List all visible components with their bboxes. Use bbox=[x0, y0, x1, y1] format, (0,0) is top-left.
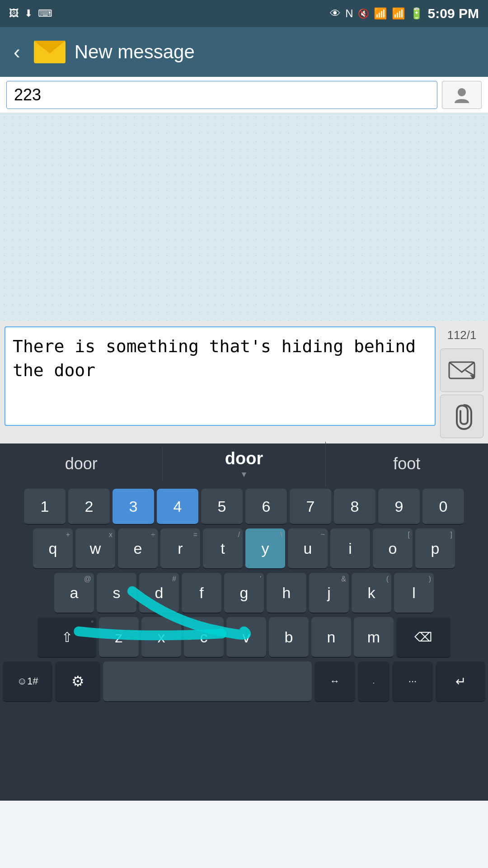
char-count: 112/1 bbox=[447, 326, 476, 346]
signal-icon: 📶 bbox=[392, 7, 405, 20]
autocomplete-bar: door door ▾ foot bbox=[0, 443, 488, 484]
nfc-icon: N bbox=[345, 7, 353, 20]
key-1[interactable]: 1 bbox=[24, 489, 66, 525]
mute-icon: 🔇 bbox=[358, 8, 369, 19]
key-m[interactable]: m bbox=[354, 617, 394, 658]
key-t[interactable]: t/ bbox=[203, 528, 243, 569]
keyboard-icon: ⌨ bbox=[38, 8, 52, 19]
key-p[interactable]: p] bbox=[415, 528, 455, 569]
key-0[interactable]: 0 bbox=[422, 489, 464, 525]
status-time: 5:09 PM bbox=[428, 6, 479, 21]
eye-icon: 👁 bbox=[330, 7, 341, 20]
key-g[interactable]: g' bbox=[224, 573, 264, 613]
back-button[interactable]: ‹ bbox=[9, 36, 25, 68]
key-u[interactable]: u~ bbox=[288, 528, 328, 569]
key-z[interactable]: z bbox=[99, 617, 139, 658]
key-2[interactable]: 2 bbox=[68, 489, 110, 525]
key-6[interactable]: 6 bbox=[245, 489, 287, 525]
key-l[interactable]: l) bbox=[394, 573, 434, 613]
status-icons-right: 👁 N 🔇 📶 📶 🔋 5:09 PM bbox=[330, 6, 479, 21]
key-x[interactable]: x bbox=[141, 617, 181, 658]
recipient-input[interactable] bbox=[6, 81, 437, 109]
compose-row: There is something that's hiding behind … bbox=[0, 321, 488, 443]
enter-key[interactable]: ↵ bbox=[436, 661, 485, 702]
shift-key[interactable]: ⇧ ° bbox=[38, 617, 96, 658]
key-s[interactable]: s bbox=[97, 573, 136, 613]
autocomplete-arrow: ▾ bbox=[163, 469, 325, 479]
picture-icon: 🖼 bbox=[9, 8, 19, 19]
send-button[interactable] bbox=[440, 349, 483, 392]
contact-icon bbox=[453, 86, 471, 104]
attach-button[interactable] bbox=[440, 395, 483, 438]
battery-icon: 🔋 bbox=[410, 7, 423, 20]
status-icons-left: 🖼 ⬇ ⌨ bbox=[9, 8, 52, 19]
key-8[interactable]: 8 bbox=[334, 489, 375, 525]
page-title: New message bbox=[75, 41, 195, 63]
key-3[interactable]: 3 bbox=[113, 489, 154, 525]
key-5[interactable]: 5 bbox=[201, 489, 243, 525]
status-bar: 🖼 ⬇ ⌨ 👁 N 🔇 📶 📶 🔋 5:09 PM bbox=[0, 0, 488, 27]
key-y[interactable]: y\ bbox=[245, 528, 285, 569]
key-row-bottom: ☺1# ⚙ ↔ . ··· ↵ bbox=[3, 661, 485, 708]
key-f[interactable]: f bbox=[182, 573, 221, 613]
envelope-icon bbox=[34, 41, 66, 63]
app-header: ‹ New message bbox=[0, 27, 488, 77]
key-v[interactable]: v bbox=[226, 617, 266, 658]
message-input[interactable]: There is something that's hiding behind … bbox=[5, 326, 436, 426]
wifi-icon: 📶 bbox=[374, 7, 387, 20]
key-h[interactable]: h bbox=[267, 573, 306, 613]
key-e[interactable]: e÷ bbox=[118, 528, 158, 569]
svg-point-0 bbox=[458, 88, 466, 96]
autocomplete-left[interactable]: door bbox=[0, 447, 163, 481]
arrows-key[interactable]: ↔ bbox=[314, 661, 355, 702]
key-r[interactable]: r= bbox=[160, 528, 200, 569]
to-row bbox=[0, 77, 488, 113]
svg-line-2 bbox=[465, 370, 474, 376]
key-j[interactable]: j& bbox=[309, 573, 349, 613]
download-icon: ⬇ bbox=[24, 8, 33, 19]
key-7[interactable]: 7 bbox=[290, 489, 331, 525]
autocomplete-middle[interactable]: door ▾ bbox=[163, 442, 325, 486]
key-b[interactable]: b bbox=[269, 617, 309, 658]
emoji-key[interactable]: ☺1# bbox=[3, 661, 52, 702]
key-row-numbers: 1 2 3 4 5 6 7 8 9 0 bbox=[3, 489, 485, 525]
key-q[interactable]: q+ bbox=[33, 528, 73, 569]
key-4[interactable]: 4 bbox=[157, 489, 198, 525]
dots-key[interactable]: ··· bbox=[392, 661, 433, 702]
space-key[interactable] bbox=[103, 661, 312, 702]
autocomplete-right[interactable]: foot bbox=[326, 447, 488, 481]
key-n[interactable]: n bbox=[311, 617, 351, 658]
key-d[interactable]: d# bbox=[139, 573, 179, 613]
key-row-1: q+ wx e÷ r= t/ y\ u~ i o[ p] bbox=[3, 528, 485, 569]
keyboard: 1 2 3 4 5 6 7 8 9 0 q+ wx e÷ r= t/ y\ u~… bbox=[0, 484, 488, 801]
compose-action-buttons: 112/1 bbox=[440, 326, 483, 438]
key-row-2: a@ s d# f g' h j& k( l) bbox=[3, 573, 485, 613]
key-i[interactable]: i bbox=[330, 528, 370, 569]
settings-key[interactable]: ⚙ bbox=[55, 661, 100, 702]
key-9[interactable]: 9 bbox=[378, 489, 420, 525]
message-area[interactable] bbox=[0, 113, 488, 321]
send-icon bbox=[448, 360, 475, 380]
key-row-3: ⇧ ° z x c v b n m ⌫ bbox=[3, 617, 485, 658]
period-key[interactable]: . bbox=[358, 661, 389, 702]
key-k[interactable]: k( bbox=[352, 573, 391, 613]
key-a[interactable]: a@ bbox=[54, 573, 94, 613]
attach-icon bbox=[450, 403, 473, 430]
key-w[interactable]: wx bbox=[75, 528, 115, 569]
contact-picker-button[interactable] bbox=[442, 81, 482, 109]
key-o[interactable]: o[ bbox=[373, 528, 413, 569]
key-c[interactable]: c bbox=[184, 617, 224, 658]
backspace-key[interactable]: ⌫ bbox=[396, 617, 450, 658]
